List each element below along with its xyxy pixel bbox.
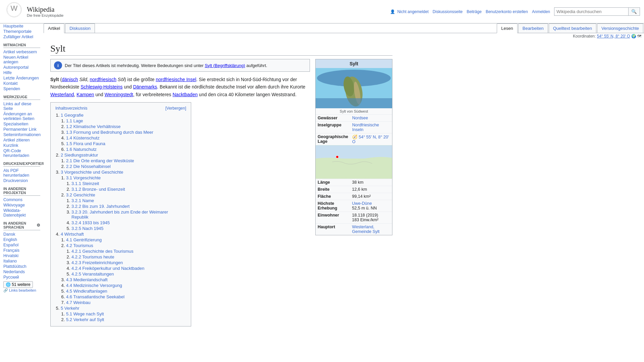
toc-link-3-1-1[interactable]: 3.1.1 Steinzeit: [71, 181, 99, 186]
link-daenemarks[interactable]: Dänemarks: [133, 84, 157, 89]
links-bearbeiten-link[interactable]: 🔗 Links bearbeiten: [3, 288, 40, 293]
toc-link-5[interactable]: 5 Verkehr: [61, 306, 79, 311]
toc-link-2-1[interactable]: 2.1 Die Orte entlang der Westküste: [66, 158, 134, 163]
sidebar-item-plattdüütsch[interactable]: Plattdüütsch: [3, 264, 40, 269]
toc-link-4-1[interactable]: 4.1 Gentrifizierung: [66, 237, 102, 242]
toc-link-4-7[interactable]: 4.7 Weinbau: [66, 300, 91, 305]
link-schleswig-holstein[interactable]: Schleswig-Holsteins: [80, 84, 122, 89]
sidebar-item-wikidata[interactable]: Wikidata-Datenobjekt: [3, 208, 40, 218]
toc-link-4-2-4[interactable]: 4.2.4 Freiköperkultur und Nacktbaden: [71, 266, 145, 271]
sidebar-item-qrcode[interactable]: QR-Code herunterladen: [3, 148, 40, 158]
infobox-link-nordsee[interactable]: Nordsee: [352, 116, 368, 120]
toc-link-4[interactable]: 4 Wirtschaft: [61, 232, 84, 237]
toc-link-4-3[interactable]: 4.3 Medienlandschaft: [66, 277, 108, 282]
login-link[interactable]: Anmelden: [532, 9, 550, 14]
toc-link-1-4[interactable]: 1.4 Küstenschutz: [66, 135, 100, 140]
sidebar-item-pdf[interactable]: Als PDF herunterladen: [3, 168, 40, 178]
sidebar-item-italiano[interactable]: Italiano: [3, 258, 40, 264]
toc-link-3[interactable]: 3 Vorgeschichte und Geschichte: [61, 170, 123, 175]
sidebar-item-aenderungen-links[interactable]: Änderungen an verlinkten Seiten: [3, 111, 40, 121]
toc-link-4-2-1[interactable]: 4.2.1 Geschichte des Tourismus: [71, 249, 133, 254]
link-kampen[interactable]: Kampen: [76, 92, 94, 97]
toc-link-5-1[interactable]: 5.1 Wege nach Sylt: [66, 311, 104, 316]
more-languages-button[interactable]: 🌐 51 weitere: [3, 281, 33, 288]
link-nacktbaden[interactable]: Nacktbaden: [173, 92, 198, 97]
link-westerland[interactable]: Westerland: [50, 92, 74, 97]
globe-icon[interactable]: 🗺: [637, 34, 641, 39]
toc-link-1-2[interactable]: 1.2 Klimatische Verhältnisse: [66, 124, 121, 129]
toc-link-3-2-4[interactable]: 3.2.4 1933 bis 1945: [71, 220, 110, 225]
sidebar-item-themenportale[interactable]: Themenportale: [3, 29, 40, 34]
toc-link-3-2-5[interactable]: 3.2.5 Nach 1945: [71, 226, 103, 231]
sidebar-item-aenderungen[interactable]: Letzte Änderungen: [3, 75, 40, 81]
sidebar-item-seiteninformationen[interactable]: Seiteninformationen: [3, 132, 40, 137]
sidebar-item-hilfe[interactable]: Hilfe: [3, 70, 40, 75]
map-icon[interactable]: 🌍: [631, 34, 636, 39]
sidebar-item-espanol[interactable]: Español: [3, 242, 40, 248]
sidebar-item-wikivoyage[interactable]: Wikivoyage: [3, 202, 40, 208]
toc-link-4-2-2[interactable]: 4.2.2 Tourismus heute: [71, 254, 114, 259]
sidebar-item-nederlands[interactable]: Nederlands: [3, 269, 40, 275]
sidebar-item-links[interactable]: Links auf diese Seite: [3, 101, 40, 111]
sidebar-item-commons[interactable]: Commons: [3, 197, 40, 202]
toc-link-3-1-2[interactable]: 3.1.2 Bronze- und Eisenzeit: [71, 187, 125, 192]
toc-link-4-5[interactable]: 4.5 Windkraftanlagen: [66, 289, 107, 294]
toc-link-3-2-2[interactable]: 3.2.2 Bis zum 19. Jahrhundert: [71, 204, 129, 209]
infobox-link-uweduene[interactable]: Uwe-Düne: [352, 201, 372, 206]
sidebar-item-english[interactable]: English: [3, 237, 40, 242]
toc-link-3-2-1[interactable]: 3.2.1 Name: [71, 198, 94, 203]
link-daenisch[interactable]: dänisch: [62, 77, 78, 82]
toc-link-4-4[interactable]: 4.4 Medizinische Versorgung: [66, 283, 122, 288]
sidebar-item-permanenter-link[interactable]: Permanenter Link: [3, 127, 40, 132]
sidebar-item-francais[interactable]: Français: [3, 248, 40, 253]
tab-artikel[interactable]: Artikel: [44, 23, 64, 33]
link-nordfriesische-insel[interactable]: nordfriesische Insel: [156, 77, 196, 82]
sidebar-item-verbessern[interactable]: Artikel verbessern: [3, 49, 40, 55]
tab-lesen[interactable]: Lesen: [497, 23, 517, 33]
tab-diskussion[interactable]: Diskussion: [65, 23, 95, 33]
toc-link-1-6[interactable]: 1.6 Naturschutz: [66, 147, 97, 152]
toc-link-3-2-3[interactable]: 3.2.3 20. Jahrhundert bis zum Ende der W…: [71, 209, 168, 220]
sidebar-item-russian[interactable]: Русский: [3, 275, 40, 280]
toc-link-3-1[interactable]: 3.1 Vorgeschichte: [66, 175, 101, 180]
toc-link-5-2[interactable]: 5.2 Verkehr auf Sylt: [66, 317, 104, 322]
sidebar-item-hauptseite[interactable]: Hauptseite: [3, 23, 40, 29]
sidebar-item-spenden[interactable]: Spenden: [3, 86, 40, 92]
tab-versionsgeschichte[interactable]: Versionsgeschichte: [597, 23, 643, 33]
toc-link-4-2[interactable]: 4.2 Tourismus: [66, 243, 93, 248]
infobox-link-westerland[interactable]: Westerland, Gemeinde Sylt: [352, 225, 380, 234]
search-button[interactable]: 🔍: [628, 8, 640, 15]
sidebar-item-druckversion[interactable]: Druckversion: [3, 178, 40, 183]
toc-link-2[interactable]: 2 Siedlungsstruktur: [61, 153, 98, 158]
contributions-link[interactable]: Beiträge: [467, 9, 482, 14]
toc-link-2-2[interactable]: 2.2 Die Nössehalbinsel: [66, 164, 111, 169]
discussion-link[interactable]: Diskussionsseite: [433, 9, 463, 14]
tab-quelltext[interactable]: Quelltext bearbeiten: [549, 23, 596, 33]
toc-toggle[interactable]: [Verbergen]: [165, 106, 186, 111]
create-account-link[interactable]: Benutzerkonto erstellen: [486, 9, 528, 14]
toc-link-4-6[interactable]: 4.6 Transatlantische Seekabel: [66, 294, 124, 299]
sidebar-item-dansk[interactable]: Dansk: [3, 232, 40, 237]
sidebar-item-spezialseiten[interactable]: Spezialseiten: [3, 121, 40, 127]
link-wenningstedt[interactable]: Wenningstedt: [105, 92, 133, 97]
search-input[interactable]: [554, 8, 628, 15]
disambig-link[interactable]: Sylt (Begriffsklärung): [205, 63, 245, 68]
sidebar-item-autorenportal[interactable]: Autorenportal: [3, 65, 40, 70]
coordinates-link[interactable]: 54° 55′ N, 8° 20′ O: [597, 34, 630, 39]
sidebar-item-kontakt[interactable]: Kontakt: [3, 81, 40, 86]
tab-bearbeiten[interactable]: Bearbeiten: [518, 23, 548, 33]
toc-link-4-2-3[interactable]: 4.2.3 Freizeiteinrichtungen: [71, 260, 123, 265]
infobox-link-nordfriesische-inseln[interactable]: Nordfriesische Inseln: [352, 123, 379, 132]
not-logged-in-link[interactable]: Nicht angemeldet: [397, 9, 428, 14]
toc-link-1-1[interactable]: 1.1 Lage: [66, 118, 83, 123]
toc-link-1-3[interactable]: 1.3 Formung und Bedrohung durch das Meer: [66, 130, 153, 135]
link-nordfriesisch[interactable]: nordfriesisch: [90, 77, 116, 82]
sidebar-item-neuer-artikel[interactable]: Neuen Artikel anlegen: [3, 55, 40, 65]
toc-link-4-2-5[interactable]: 4.2.5 Veranstaltungen: [71, 272, 114, 277]
sidebar-item-zitieren[interactable]: Artikel zitieren: [3, 137, 40, 143]
infobox-coords-link[interactable]: 54° 55′ N, 8° 20′ O: [352, 135, 389, 144]
toc-link-1-5[interactable]: 1.5 Flora und Fauna: [66, 141, 105, 146]
toc-link-1[interactable]: 1 Geografie: [61, 113, 84, 118]
sidebar-item-hrvatski[interactable]: Hrvatski: [3, 253, 40, 258]
sidebar-item-kurzlink[interactable]: Kurzlink: [3, 143, 40, 148]
